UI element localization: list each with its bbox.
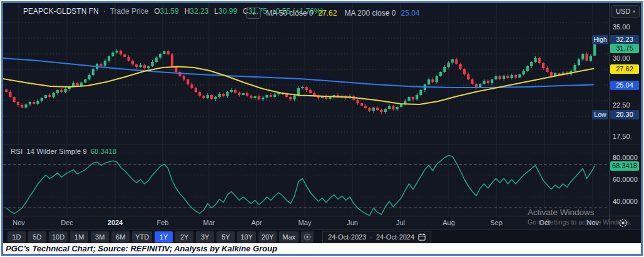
time-axis-label-nov: Nov [586, 219, 599, 226]
rsi-tick-label: 40.0000 [613, 197, 640, 206]
range-button-5y[interactable]: 5Y [217, 231, 235, 243]
screenshot-frame: PEAPCK-GLDSTN FN · Trade Price O31.59 H3… [0, 0, 644, 257]
price-tick-label: 35.00 [613, 23, 640, 32]
time-axis-label-jul: Jul [396, 219, 405, 226]
range-button-1y[interactable]: 1Y [155, 231, 173, 243]
price-axis-divider [609, 3, 610, 229]
series-type-label[interactable]: Trade Price [110, 7, 149, 16]
price-badge-20-30: 20.30 [610, 110, 639, 119]
chart-application-window: PEAPCK-GLDSTN FN · Trade Price O31.59 H3… [1, 1, 643, 256]
footer-text: PGC’s Technical Chart; Source: REFINITIV… [6, 244, 277, 253]
rsi-value-badge: 68.3418 [610, 161, 639, 171]
range-button-10y[interactable]: 10Y [237, 231, 256, 243]
date-range-picker[interactable]: 24-Oct-2023 - 24-Oct-2024 [322, 231, 431, 243]
ma-legend: ‹ MA 50 close 0 27.62 MA 200 close 0 25.… [246, 7, 420, 19]
collapse-legend-button[interactable]: ‹ [246, 7, 261, 19]
time-axis-label-jun: Jun [347, 219, 358, 226]
ohlc-low: L30.99 [213, 7, 237, 16]
rsi-title[interactable]: RSI [11, 148, 23, 155]
rsi-params: 14 Wilder Simple 9 [26, 148, 87, 155]
time-axis[interactable]: NovDec2024FebMarAprMayJunJulAugSepOctNov [3, 216, 641, 230]
range-button-ytd[interactable]: YTD [132, 231, 152, 243]
source-attribution: PGC’s Technical Chart; Source: REFINITIV… [3, 243, 641, 254]
range-button-6m[interactable]: 6M [111, 231, 130, 243]
candlestick-chart[interactable] [3, 3, 609, 144]
ohlc-high: H32.23 [183, 7, 209, 16]
price-badge-32-23: 32.23 [610, 35, 639, 44]
range-button-5d[interactable]: 5D [28, 231, 46, 243]
time-axis-label-aug: Aug [442, 219, 455, 226]
legend-separator: · [103, 7, 106, 16]
time-axis-label-mar: Mar [203, 219, 215, 226]
high-marker-label: High [592, 35, 608, 44]
chevron-down-icon: ▾ [633, 9, 635, 14]
rsi-current-value: 68.3418 [91, 148, 117, 155]
instrument-symbol[interactable]: PEAPCK-GLDSTN FN [23, 7, 99, 16]
axis-settings-gear-icon[interactable] [618, 218, 628, 228]
rsi-chart[interactable] [3, 144, 609, 216]
currency-label: USD [616, 8, 630, 15]
gear-icon [303, 233, 312, 241]
range-button-20y[interactable]: 20Y [258, 231, 277, 243]
time-axis-label-nov: Nov [13, 219, 25, 226]
range-button-1m[interactable]: 1M [70, 231, 88, 243]
ma200-legend-value: 25.04 [401, 9, 419, 18]
toolbar-settings-button[interactable] [301, 231, 314, 243]
rsi-tick-label: 60.0000 [613, 175, 640, 184]
price-tick-label: 17.50 [613, 132, 640, 141]
calendar-icon [418, 233, 426, 241]
time-axis-label-2024: 2024 [108, 219, 123, 226]
date-to: 24-Oct-2024 [376, 233, 414, 241]
range-button-max[interactable]: Max [279, 231, 299, 243]
rsi-legend-header: RSI 14 Wilder Simple 9 68.3418 [11, 148, 116, 155]
currency-selector[interactable]: USD ▾ [611, 5, 640, 18]
chevron-left-icon: ‹ [252, 9, 255, 17]
range-button-3m[interactable]: 3M [91, 231, 109, 243]
time-axis-label-oct: Oct [539, 219, 549, 226]
time-axis-label-apr: Apr [251, 219, 262, 226]
range-button-2y[interactable]: 2Y [175, 231, 193, 243]
time-axis-label-dec: Dec [61, 219, 73, 226]
price-badge-31-75: 31.75 [610, 44, 639, 53]
time-axis-label-feb: Feb [157, 219, 169, 226]
range-buttons: 1D5D10D1M3M6MYTD1Y2Y3Y5Y10Y20YMax [8, 231, 299, 243]
ohlc-open: O31.59 [153, 7, 178, 16]
panel-divider [3, 144, 641, 144]
range-button-10d[interactable]: 10D [49, 231, 68, 243]
low-marker-label: Low [592, 110, 608, 119]
price-tick-label: 22.50 [613, 101, 640, 110]
price-badge-25-04: 25.04 [610, 81, 639, 90]
time-axis-label-sep: Sep [490, 219, 503, 226]
ma200-legend-label[interactable]: MA 200 close 0 [344, 9, 396, 18]
date-separator: - [370, 233, 372, 241]
time-axis-label-may: May [299, 219, 312, 226]
range-button-1d[interactable]: 1D [8, 231, 26, 243]
ma50-legend-label[interactable]: MA 50 close 0 [266, 9, 313, 18]
range-button-3y[interactable]: 3Y [196, 231, 214, 243]
range-toolbar: 1D5D10D1M3M6MYTD1Y2Y3Y5Y10Y20YMax 24-Oct… [3, 229, 641, 243]
ma50-legend-value: 27.62 [318, 9, 337, 18]
price-tick-label: 30.00 [613, 54, 640, 63]
date-from: 24-Oct-2023 [328, 233, 366, 241]
price-badge-27-62: 27.62 [610, 64, 639, 74]
